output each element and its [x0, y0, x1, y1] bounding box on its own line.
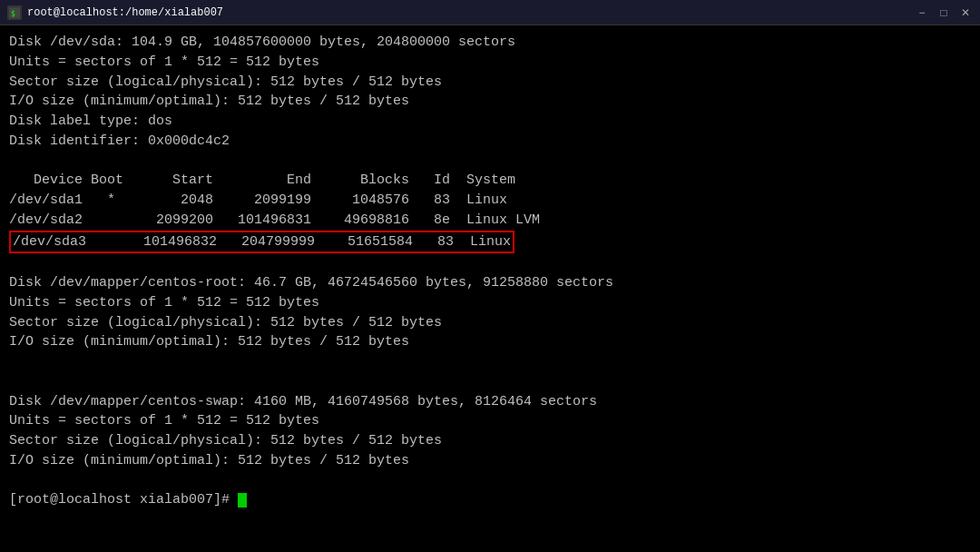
terminal-line-23 — [9, 471, 971, 491]
terminal-line-2: Units = sectors of 1 * 512 = 512 bytes — [9, 53, 971, 73]
terminal-icon: $ — [7, 5, 22, 20]
terminal-line-20: Units = sectors of 1 * 512 = 512 bytes — [9, 411, 971, 431]
terminal-line-21: Sector size (logical/physical): 512 byte… — [9, 431, 971, 451]
terminal-line-19: Disk /dev/mapper/centos-swap: 4160 MB, 4… — [9, 392, 971, 412]
terminal-line-7 — [9, 152, 971, 172]
window-title: root@localhost:/home/xialab007 — [27, 6, 223, 19]
terminal-line-4: I/O size (minimum/optimal): 512 bytes / … — [9, 92, 971, 112]
terminal-line-18 — [9, 372, 971, 392]
terminal-line-16: I/O size (minimum/optimal): 512 bytes / … — [9, 332, 971, 352]
terminal-line-highlighted: /dev/sda3 101496832 204799999 51651584 8… — [9, 231, 971, 254]
window-controls: − □ ✕ — [915, 5, 973, 20]
svg-text:$: $ — [11, 10, 15, 18]
terminal-cursor — [238, 493, 247, 508]
terminal-line-15: Sector size (logical/physical): 512 byte… — [9, 313, 971, 333]
maximize-button[interactable]: □ — [936, 5, 951, 20]
highlighted-partition-row: /dev/sda3 101496832 204799999 51651584 8… — [9, 231, 514, 254]
terminal-line-8: Device Boot Start End Blocks Id System — [9, 171, 971, 191]
terminal-line-6: Disk identifier: 0x000dc4c2 — [9, 132, 971, 152]
terminal-line-1: Disk /dev/sda: 104.9 GB, 104857600000 by… — [9, 33, 971, 53]
close-button[interactable]: ✕ — [958, 5, 973, 20]
terminal-line-10: /dev/sda2 2099200 101496831 49698816 8e … — [9, 211, 971, 231]
terminal-line-12 — [9, 253, 971, 273]
terminal-line-22: I/O size (minimum/optimal): 512 bytes / … — [9, 451, 971, 471]
terminal-window: Disk /dev/sda: 104.9 GB, 104857600000 by… — [0, 25, 980, 552]
terminal-line-5: Disk label type: dos — [9, 112, 971, 132]
terminal-line-14: Units = sectors of 1 * 512 = 512 bytes — [9, 293, 971, 313]
title-bar: $ root@localhost:/home/xialab007 − □ ✕ — [0, 0, 980, 25]
title-bar-left: $ root@localhost:/home/xialab007 — [7, 5, 223, 20]
terminal-line-3: Sector size (logical/physical): 512 byte… — [9, 73, 971, 93]
minimize-button[interactable]: − — [915, 5, 929, 20]
terminal-prompt-line: [root@localhost xialab007]# — [9, 490, 971, 510]
terminal-line-9: /dev/sda1 * 2048 2099199 1048576 83 Linu… — [9, 191, 971, 211]
terminal-line-13: Disk /dev/mapper/centos-root: 46.7 GB, 4… — [9, 273, 971, 293]
terminal-prompt: [root@localhost xialab007]# — [9, 490, 238, 510]
terminal-line-17 — [9, 352, 971, 372]
